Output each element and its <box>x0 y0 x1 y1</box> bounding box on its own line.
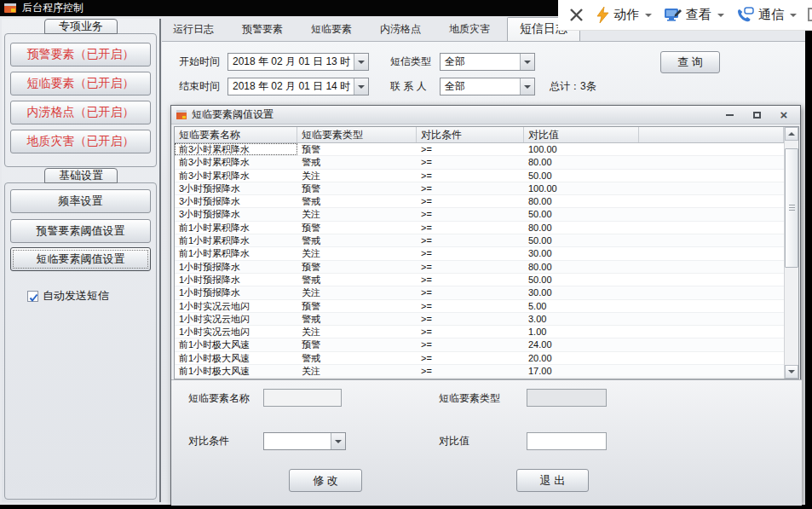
scroll-down-button[interactable] <box>785 365 798 379</box>
table-cell: 50.00 <box>524 208 639 220</box>
table-row[interactable]: 1小时预报降水关注>=30.00 <box>175 286 784 299</box>
start-time-dropdown-button[interactable] <box>354 54 368 70</box>
sidebar-button-special-4[interactable]: 地质灾害（已开启） <box>10 130 151 153</box>
table-row[interactable]: 3小时预报降水预警>=100.00 <box>175 182 784 195</box>
table-cell: >= <box>417 234 524 246</box>
table-cell: 80.00 <box>524 261 639 273</box>
sidebar-button-special-2[interactable]: 短临要素（已开启） <box>10 72 151 95</box>
scrollbar-grip <box>789 205 795 211</box>
chevron-down-icon <box>790 14 797 17</box>
table-cell: 50.00 <box>524 234 639 246</box>
table-cell: >= <box>417 365 524 377</box>
start-time-label: 开始时间 <box>179 53 220 71</box>
table-cell: 100.00 <box>524 182 639 194</box>
table-cell: 警戒 <box>297 352 417 364</box>
sidebar-button-basic-3[interactable]: 短临要素阈值设置 <box>10 247 151 271</box>
tab-5[interactable]: 地质灾害 <box>438 19 501 41</box>
chevron-down-icon <box>335 440 342 443</box>
scroll-up-button[interactable] <box>785 127 798 141</box>
table-cell: 30.00 <box>524 286 639 298</box>
sidebar-button-basic-2[interactable]: 预警要素阈值设置 <box>10 219 151 243</box>
end-time-dropdown-button[interactable] <box>354 78 368 95</box>
table-row[interactable]: 1小时预报降水警戒>=50.00 <box>175 274 784 286</box>
close-icon[interactable]: × <box>778 110 790 120</box>
toolbar-action-menu[interactable]: 动作 <box>596 7 652 23</box>
table-row[interactable]: 3小时预报降水关注>=50.00 <box>175 208 784 221</box>
table-cell: 24.00 <box>524 338 639 350</box>
sms-type-dropdown-button[interactable] <box>520 54 534 70</box>
sidebar-splitter <box>159 19 161 502</box>
table-cell: >= <box>417 156 524 168</box>
chevron-down-icon <box>717 14 724 17</box>
table-cell: 前1小时累积降水 <box>175 247 297 259</box>
form-value-input[interactable] <box>527 432 607 450</box>
table-row[interactable]: 前1小时极大风速预警>=24.00 <box>175 338 784 351</box>
tab-2[interactable]: 预警要素 <box>231 19 294 41</box>
exit-button[interactable]: 退 出 <box>516 469 589 492</box>
arrow-down-icon <box>788 370 795 373</box>
table-row[interactable]: 前1小时累积降水警戒>=50.00 <box>175 234 784 247</box>
table-cell: >= <box>417 338 524 350</box>
tab-1[interactable]: 运行日志 <box>162 19 225 41</box>
start-time-combo[interactable]: 2018 年 02 月 01 日 13 时 <box>227 53 369 71</box>
app-icon <box>4 3 16 13</box>
form-name-label: 短临要素名称 <box>188 390 250 408</box>
table-cell-empty <box>639 261 784 273</box>
header-type[interactable]: 短临要素类型 <box>297 127 417 142</box>
group-label-basic: 基础设置 <box>44 168 118 183</box>
table-row[interactable]: 3小时预报降水警戒>=80.00 <box>175 195 784 208</box>
table-row[interactable]: 前1小时累积降水预警>=80.00 <box>175 222 784 234</box>
table-row[interactable]: 前3小时累积降水警戒>=80.00 <box>175 156 784 169</box>
form-name-input[interactable] <box>263 389 342 407</box>
form-condition-combo[interactable] <box>263 432 346 450</box>
header-condition[interactable]: 对比条件 <box>417 127 524 142</box>
form-type-input[interactable] <box>527 389 607 407</box>
query-button[interactable]: 查 询 <box>660 51 720 73</box>
header-name[interactable]: 短临要素名称 <box>175 127 297 142</box>
sms-type-combo[interactable]: 全部 <box>440 53 535 71</box>
auto-sms-checkbox[interactable] <box>27 291 38 302</box>
modify-button[interactable]: 修 改 <box>289 469 362 492</box>
table-cell: 1小时实况云地闪 <box>175 326 297 338</box>
table-cell: 50.00 <box>524 274 639 286</box>
table-row[interactable]: 1小时预报降水预警>=80.00 <box>175 261 784 274</box>
minimize-button[interactable] <box>723 110 735 120</box>
maximize-button[interactable] <box>751 110 763 120</box>
table-cell: 前3小时累积降水 <box>175 170 297 182</box>
sidebar-button-special-1[interactable]: 预警要素（已开启） <box>10 43 151 67</box>
contact-value: 全部 <box>441 78 520 95</box>
table-cell: >= <box>417 326 524 338</box>
sidebar-button-special-3[interactable]: 内涝格点（已开启） <box>10 101 151 124</box>
table-row[interactable]: 前3小时累积降水预警>=100.00 <box>175 143 784 156</box>
tab-3[interactable]: 短临要素 <box>300 19 363 41</box>
table-row[interactable]: 前3小时累积降水关注>=50.00 <box>175 170 784 182</box>
scrollbar-thumb[interactable] <box>785 148 798 268</box>
end-time-combo[interactable]: 2018 年 02 月 01 日 14 时 <box>227 78 369 95</box>
toolbar-view-menu[interactable]: 查看 <box>664 7 724 23</box>
vertical-scrollbar[interactable] <box>784 127 798 379</box>
table-cell: 关注 <box>297 170 417 182</box>
table-cell-empty <box>639 313 784 325</box>
table-cell: 前3小时累积降水 <box>175 156 297 168</box>
tab-4[interactable]: 内涝格点 <box>369 19 432 41</box>
dialog-form: 短临要素名称 短临要素类型 对比条件 对比值 修 改 退 出 <box>171 379 802 506</box>
form-condition-value <box>264 433 331 449</box>
table-row[interactable]: 前1小时极大风速关注>=17.00 <box>175 365 784 378</box>
table-row[interactable]: 前1小时极大风速警戒>=20.00 <box>175 352 784 365</box>
sidebar-button-basic-1[interactable]: 频率设置 <box>10 189 151 213</box>
toolbar-comm-menu[interactable]: 通信 <box>736 7 797 23</box>
contact-combo[interactable]: 全部 <box>440 78 535 95</box>
contact-dropdown-button[interactable] <box>520 78 534 95</box>
table-cell: >= <box>417 170 524 182</box>
table-cell: 1小时预报降水 <box>175 261 297 273</box>
table-row[interactable]: 前1小时累积降水关注>=30.00 <box>175 247 784 260</box>
table-cell: 预警 <box>297 143 417 155</box>
form-condition-dropdown-button[interactable] <box>331 433 345 449</box>
window-title: 后台程序控制 <box>22 1 84 15</box>
toolbar-close-button[interactable] <box>568 7 585 23</box>
table-row[interactable]: 1小时实况云地闪预警>=5.00 <box>175 300 784 313</box>
table-row[interactable]: 1小时实况云地闪警戒>=3.00 <box>175 313 784 326</box>
table-cell-empty <box>639 286 784 298</box>
header-value[interactable]: 对比值 <box>524 127 639 142</box>
table-row[interactable]: 1小时实况云地闪关注>=1.00 <box>175 326 784 338</box>
